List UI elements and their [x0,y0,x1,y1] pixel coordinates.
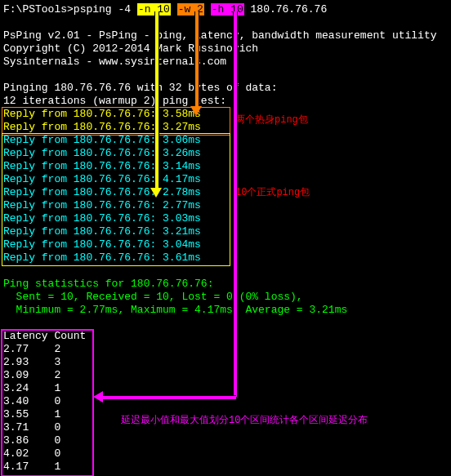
reply-line: Reply from 180.76.76.76: 3.03ms [3,212,448,225]
stats-head: Ping statistics for 180.76.76.76: [3,278,448,291]
header-line-3: Sysinternals - www.sysinternals.com [3,56,448,69]
reply-line: Reply from 180.76.76.76: 3.04ms [3,238,448,251]
flag-w: -w 2 [177,3,204,16]
annot-warmup: 两个热身ping包 [235,113,308,127]
flag-n: -n 10 [137,3,171,16]
hist-head: Latency Count [3,330,448,343]
reply-line: Reply from 180.76.76.76: 2.78ms [3,186,448,199]
hist-row: 4.02 0 [3,447,448,460]
reply-line: Reply from 180.76.76.76: 3.26ms [3,147,448,160]
hist-row: 3.40 0 [3,395,448,408]
warmup-reply: Reply from 180.76.76.76: 3.27ms [3,121,448,134]
reply-line: Reply from 180.76.76.76: 3.21ms [3,225,448,238]
annot-official: 10个正式ping包 [235,186,310,199]
annot-histogram: 延迟最小值和最大值划分10个区间统计各个区间延迟分布 [121,414,368,427]
stats-sent: Sent = 10, Received = 10, Lost = 0 (0% l… [3,291,448,304]
reply-line: Reply from 180.76.76.76: 2.77ms [3,199,448,212]
header-line-2: Copyright (C) 2012-2014 Mark Russinovich [3,42,448,56]
stats-minmax: Minimum = 2.77ms, Maximum = 4.17ms, Aver… [3,304,448,317]
pinging-line-2: 12 iterations (warmup 2) ping test: [3,95,448,108]
hist-row: 3.09 2 [3,369,448,382]
hist-row: 2.77 2 [3,343,448,356]
reply-line: Reply from 180.76.76.76: 4.17ms [3,173,448,186]
reply-line: Reply from 180.76.76.76: 3.61ms [3,251,448,265]
pinging-line-1: Pinging 180.76.76.76 with 32 bytes of da… [3,82,448,95]
reply-line: Reply from 180.76.76.76: 3.06ms [3,134,448,147]
hist-row: 2.93 3 [3,356,448,369]
prompt-line: F:\PSTools>psping -4 -n 10 -w 2 -h 10 18… [3,3,448,16]
hist-row: 3.86 0 [3,434,448,447]
reply-line: Reply from 180.76.76.76: 3.14ms [3,160,448,173]
hist-row: 3.24 1 [3,382,448,395]
header-line-1: PsPing v2.01 - PsPing - ping, latency, b… [3,29,448,42]
flag-h: -h 10 [211,3,244,16]
hist-row: 4.17 1 [3,460,448,474]
warmup-reply: Reply from 180.76.76.76: 3.58ms [3,108,448,121]
